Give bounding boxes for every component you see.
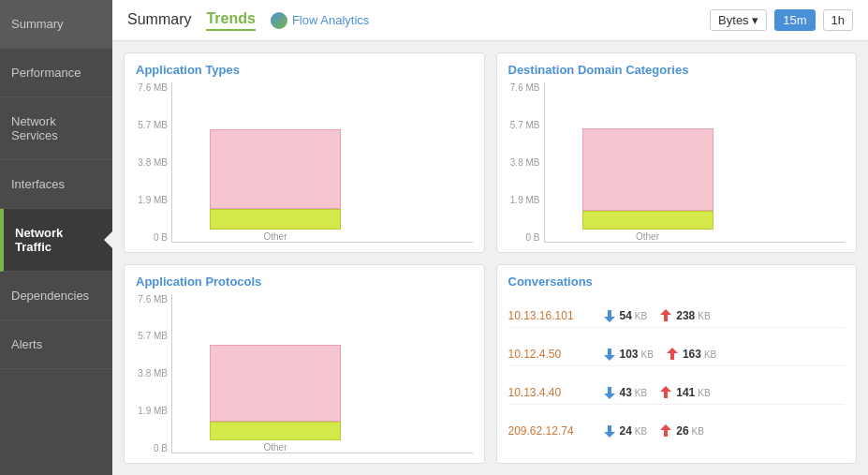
- header-tab-trends[interactable]: Trends: [206, 10, 255, 31]
- app-protocols-plot: Other: [171, 294, 473, 454]
- app-protocols-title: Application Protocols: [136, 275, 473, 289]
- conversation-row-2: 10.13.4.4043KB141KB: [508, 381, 846, 405]
- conv-download-1: 103KB: [602, 347, 654, 362]
- conv-down-value-0: 54: [620, 309, 632, 322]
- conv-down-unit-3: KB: [635, 426, 647, 437]
- svg-rect-7: [670, 353, 674, 360]
- sidebar-item-label-summary: Summary: [11, 17, 64, 31]
- dest-domain-bar-bottom: [582, 211, 714, 230]
- upload-icon-2: [658, 385, 673, 400]
- svg-marker-6: [667, 348, 678, 353]
- download-icon-3: [602, 423, 617, 438]
- conv-up-value-1: 163: [683, 348, 701, 361]
- content-grid: Application Types 7.6 MB 5.7 MB 3.8 MB 1…: [112, 41, 868, 475]
- dest-domain-plot: Other: [544, 82, 846, 243]
- app-types-title: Application Types: [136, 63, 473, 77]
- dest-domain-bar-group: Other: [573, 128, 723, 242]
- sidebar-item-summary[interactable]: Summary: [0, 0, 112, 49]
- svg-marker-5: [604, 355, 615, 361]
- conv-ip-3[interactable]: 209.62.12.74: [508, 424, 602, 438]
- upload-icon-0: [658, 308, 673, 323]
- app-protocols-bars: Other: [171, 294, 473, 454]
- flow-analytics-link[interactable]: Flow Analytics: [271, 12, 369, 29]
- app-types-y-axis: 7.6 MB 5.7 MB 3.8 MB 1.9 MB 0 B: [136, 82, 171, 243]
- upload-icon-3: [658, 423, 673, 438]
- sidebar-item-network-services[interactable]: Network Services: [0, 97, 112, 160]
- svg-rect-8: [608, 387, 611, 393]
- time-btn-1h[interactable]: 1h: [823, 9, 853, 31]
- main-content: SummaryTrendsFlow AnalyticsBytes ▾15m1h …: [112, 0, 868, 475]
- svg-marker-1: [604, 317, 615, 322]
- conv-download-2: 43KB: [602, 385, 648, 400]
- conv-up-value-3: 26: [676, 424, 688, 438]
- svg-rect-0: [608, 310, 611, 317]
- dest-domain-x-label: Other: [636, 231, 659, 242]
- app-protocols-bar-stack: [210, 345, 341, 440]
- conv-download-3: 24KB: [602, 423, 648, 438]
- conv-down-unit-2: KB: [635, 388, 647, 398]
- sidebar-item-dependencies[interactable]: Dependencies: [0, 272, 112, 320]
- app-types-bar-top: [210, 129, 341, 209]
- conv-upload-0: 238KB: [658, 308, 710, 323]
- svg-marker-9: [604, 393, 615, 399]
- app-types-bar-bottom: [210, 209, 341, 230]
- conv-upload-3: 26KB: [658, 423, 704, 438]
- app-types-plot: Other: [171, 82, 473, 243]
- app-protocols-bar-top: [210, 345, 341, 422]
- conversation-row-3: 209.62.12.7424KB26KB: [508, 420, 846, 442]
- dest-domain-panel: Destination Domain Categories 7.6 MB 5.7…: [496, 52, 858, 253]
- sidebar-item-performance[interactable]: Performance: [0, 49, 112, 97]
- sidebar-item-alerts[interactable]: Alerts: [0, 320, 112, 369]
- conv-down-value-3: 24: [620, 424, 632, 438]
- conv-ip-2[interactable]: 10.13.4.40: [508, 386, 602, 399]
- download-icon-2: [602, 385, 617, 400]
- conv-up-unit-2: KB: [698, 388, 710, 398]
- dest-domain-bars: Other: [544, 82, 846, 243]
- app-types-bars: Other: [171, 82, 473, 243]
- conv-up-value-2: 141: [676, 386, 695, 399]
- app-protocols-panel: Application Protocols 7.6 MB 5.7 MB 3.8 …: [124, 264, 485, 465]
- time-btn-15m[interactable]: 15m: [774, 9, 815, 31]
- conv-up-unit-1: KB: [704, 349, 716, 360]
- header-tab-summary[interactable]: Summary: [127, 11, 191, 30]
- conv-down-value-1: 103: [620, 348, 639, 361]
- svg-rect-4: [608, 349, 611, 355]
- app-protocols-bar-group: Other: [200, 345, 350, 453]
- dest-domain-bar-top: [582, 128, 714, 211]
- app-types-chart: 7.6 MB 5.7 MB 3.8 MB 1.9 MB 0 B Other: [136, 82, 473, 243]
- sidebar-item-interfaces[interactable]: Interfaces: [0, 160, 112, 209]
- conversation-row-0: 10.13.16.10154KB238KB: [508, 304, 846, 328]
- conversations-panel: Conversations 10.13.16.10154KB238KB10.12…: [496, 264, 858, 465]
- sidebar-item-label-dependencies: Dependencies: [11, 289, 89, 303]
- flow-analytics-icon: [271, 12, 287, 29]
- svg-rect-12: [608, 425, 611, 432]
- app-types-panel: Application Types 7.6 MB 5.7 MB 3.8 MB 1…: [124, 52, 485, 253]
- app-protocols-bar-bottom: [210, 422, 341, 440]
- conv-up-unit-3: KB: [692, 426, 704, 437]
- svg-rect-11: [664, 392, 668, 398]
- header-right: Bytes ▾15m1h: [710, 9, 853, 31]
- conversations-table: 10.13.16.10154KB238KB10.12.4.50103KB163K…: [508, 294, 846, 454]
- svg-marker-2: [660, 309, 671, 315]
- sidebar-item-network-traffic[interactable]: Network Traffic: [0, 209, 112, 272]
- svg-marker-10: [660, 386, 671, 392]
- download-icon-1: [602, 347, 617, 362]
- flow-analytics-label: Flow Analytics: [292, 13, 369, 27]
- app-types-x-label: Other: [263, 231, 287, 242]
- upload-icon-1: [665, 347, 680, 362]
- dest-domain-bar-stack: [582, 128, 714, 230]
- conversation-row-1: 10.12.4.50103KB163KB: [508, 343, 846, 366]
- dest-domain-y-axis: 7.6 MB 5.7 MB 3.8 MB 1.9 MB 0 B: [508, 82, 544, 243]
- conv-ip-1[interactable]: 10.12.4.50: [508, 348, 602, 361]
- conv-download-0: 54KB: [602, 308, 648, 323]
- sidebar-item-label-alerts: Alerts: [11, 337, 42, 351]
- dest-domain-title: Destination Domain Categories: [508, 63, 846, 77]
- conv-ip-0[interactable]: 10.13.16.101: [508, 309, 602, 322]
- conv-up-value-0: 238: [676, 309, 695, 322]
- conv-down-unit-0: KB: [635, 311, 647, 321]
- conv-down-value-2: 43: [620, 386, 632, 399]
- sidebar-item-label-network-services: Network Services: [11, 114, 101, 142]
- bytes-dropdown[interactable]: Bytes ▾: [710, 9, 767, 31]
- conversations-title: Conversations: [508, 275, 846, 289]
- sidebar-item-label-performance: Performance: [11, 66, 81, 80]
